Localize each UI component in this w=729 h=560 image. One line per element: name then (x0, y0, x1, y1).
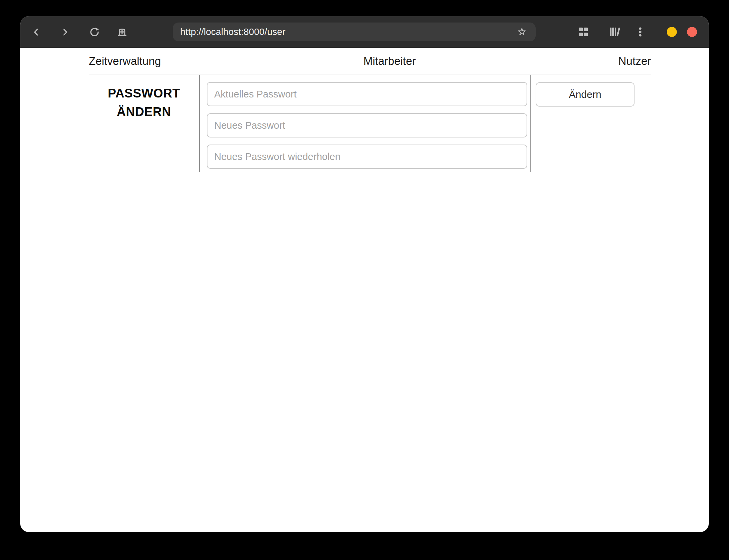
current-password-input[interactable] (207, 82, 527, 106)
new-password-repeat-input[interactable] (207, 145, 527, 169)
page-content: Zeitverwaltung Mitarbeiter Nutzer PASSWO… (20, 48, 709, 172)
page-title-line2: ÄNDERN (89, 103, 199, 121)
back-button[interactable] (26, 16, 46, 48)
main-nav: Zeitverwaltung Mitarbeiter Nutzer (89, 48, 651, 75)
title-column: PASSWORT ÄNDERN (89, 75, 199, 172)
screen: http://localhost:8000/user (0, 0, 729, 560)
url-text: http://localhost:8000/user (180, 23, 513, 41)
nav-item-mitarbeiter[interactable]: Mitarbeiter (363, 55, 416, 68)
browser-window: http://localhost:8000/user (20, 16, 709, 532)
library-books-icon (609, 27, 620, 37)
password-form-column (199, 75, 531, 172)
forward-button[interactable] (54, 16, 75, 48)
action-column: Ändern (531, 75, 651, 172)
browser-toolbar: http://localhost:8000/user (20, 16, 709, 48)
tab-overview-button[interactable] (573, 16, 593, 48)
new-tab-icon (116, 26, 128, 38)
minimize-button[interactable] (667, 27, 677, 37)
url-bar[interactable]: http://localhost:8000/user (173, 23, 536, 41)
close-button[interactable] (687, 27, 697, 37)
reload-icon (88, 26, 101, 38)
nav-item-zeitverwaltung[interactable]: Zeitverwaltung (89, 55, 161, 68)
change-password-button[interactable]: Ändern (536, 82, 635, 107)
kebab-menu-icon (635, 26, 645, 38)
nav-item-nutzer[interactable]: Nutzer (618, 55, 651, 68)
page-title-line1: PASSWORT (89, 84, 199, 103)
grid-icon (578, 27, 588, 37)
reload-button[interactable] (84, 16, 105, 48)
new-tab-button[interactable] (112, 16, 132, 48)
new-password-input[interactable] (207, 113, 527, 137)
forward-icon (60, 28, 69, 37)
library-button[interactable] (604, 16, 624, 48)
bookmark-star-icon (517, 27, 527, 37)
page-title: PASSWORT ÄNDERN (89, 84, 199, 121)
bookmark-button[interactable] (513, 23, 530, 41)
menu-button[interactable] (630, 16, 650, 48)
password-change-section: PASSWORT ÄNDERN Ändern (89, 75, 651, 172)
back-icon (32, 28, 41, 37)
